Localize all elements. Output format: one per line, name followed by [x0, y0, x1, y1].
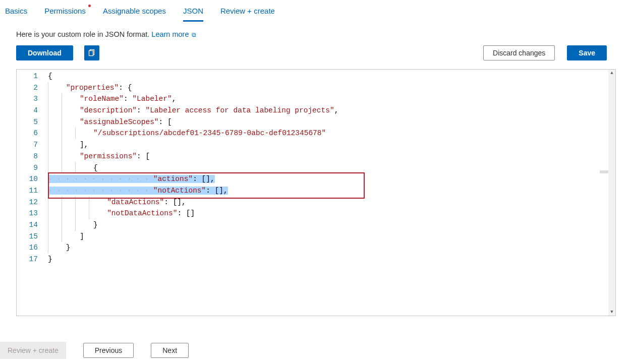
tab-label: Permissions: [44, 7, 86, 15]
tab-review-create[interactable]: Review + create: [220, 2, 275, 22]
code-line: "notDataActions": []: [48, 208, 615, 219]
learn-more-link[interactable]: Learn more ⧉: [151, 30, 196, 38]
footer-bar: Review + create Previous Next: [0, 337, 632, 364]
code-content[interactable]: { "properties": { "roleName": "Labeler",…: [48, 70, 615, 316]
code-line: {: [48, 71, 615, 82]
review-create-button[interactable]: Review + create: [0, 342, 66, 359]
copy-button[interactable]: [84, 45, 99, 60]
previous-button[interactable]: Previous: [83, 343, 134, 358]
vertical-scrollbar[interactable]: ▲ ▼: [608, 70, 615, 316]
code-line: · · · · · · · · · · · · "notActions": []…: [48, 185, 615, 197]
tab-assignable-scopes[interactable]: Assignable scopes: [103, 2, 166, 22]
download-button[interactable]: Download: [16, 45, 73, 60]
code-line: ]: [48, 231, 615, 242]
tab-bar: Basics Permissions Assignable scopes JSO…: [0, 0, 632, 22]
code-line: }: [48, 242, 615, 254]
code-line: "description": "Labeler access for data …: [48, 105, 615, 116]
code-line: · · · · · · · · · · · · "actions": [],: [48, 173, 615, 185]
code-line: "permissions": [: [48, 151, 615, 162]
code-line: }: [48, 219, 615, 231]
action-toolbar: Download Discard changes Save: [0, 45, 632, 60]
code-line: "properties": {: [48, 82, 615, 94]
scroll-up-icon[interactable]: ▲: [608, 70, 615, 77]
external-link-icon: ⧉: [190, 31, 196, 38]
tab-json[interactable]: JSON: [183, 2, 203, 22]
save-button[interactable]: Save: [567, 45, 607, 60]
line-number-gutter: 1 2 3 4 5 6 7 8 9 10 11 12 13 14 15 16 1…: [17, 70, 48, 316]
code-line: "/subscriptions/abcdef01-2345-6789-0abc-…: [48, 128, 615, 139]
description-text: Here is your custom role in JSON format.…: [0, 22, 632, 45]
code-line: "roleName": "Labeler",: [48, 93, 615, 105]
code-line: }: [48, 254, 615, 265]
copy-icon: [88, 49, 96, 57]
modified-dot-icon: [88, 5, 91, 7]
description-label: Here is your custom role in JSON format.: [16, 30, 151, 38]
next-button[interactable]: Next: [151, 343, 189, 358]
scroll-down-icon[interactable]: ▼: [608, 309, 615, 316]
tab-basics[interactable]: Basics: [5, 2, 27, 22]
code-line: "dataActions": [],: [48, 197, 615, 208]
code-line: {: [48, 162, 615, 174]
code-line: "assignableScopes": [: [48, 116, 615, 128]
tab-permissions[interactable]: Permissions: [44, 2, 86, 22]
json-editor[interactable]: 1 2 3 4 5 6 7 8 9 10 11 12 13 14 15 16 1…: [16, 69, 616, 316]
svg-rect-1: [89, 51, 93, 56]
discard-changes-button[interactable]: Discard changes: [483, 45, 555, 60]
code-line: ],: [48, 139, 615, 151]
